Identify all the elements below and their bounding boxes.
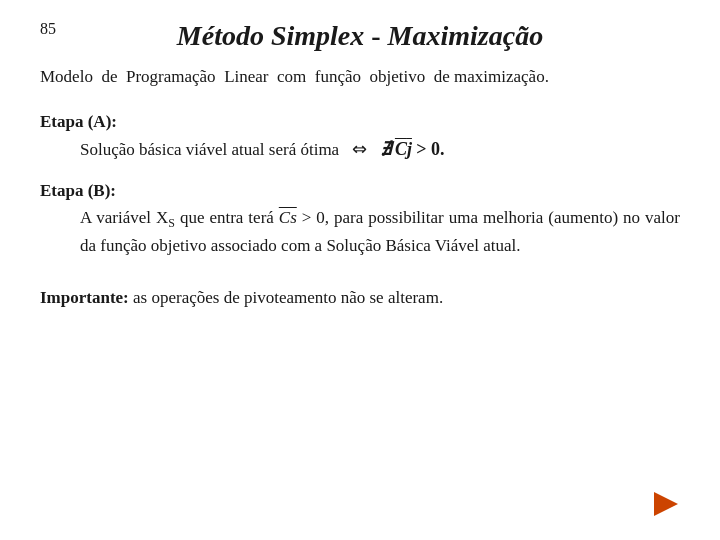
xs-subscript: S [168, 217, 175, 231]
header-area: 85 Método Simplex - Maximização [40, 20, 680, 52]
arrow-biconditional: ⇔ [352, 139, 367, 159]
cj-overline: Cj [395, 136, 412, 164]
title-dash: - [364, 20, 387, 51]
title-part1: Método Simplex [177, 20, 364, 51]
intro-text: Modelo de Programação Linear com função … [40, 64, 680, 90]
etapa-a-text: Solução básica viável atual será ótima [80, 140, 339, 159]
main-title: Método Simplex - Maximização [177, 20, 543, 52]
nav-arrow[interactable] [652, 490, 680, 518]
etapa-a-section: Etapa (A): Solução básica viável atual s… [40, 112, 680, 164]
etapa-a-body: Solução básica viável atual será ótima ⇔… [80, 136, 680, 164]
next-arrow-icon [652, 490, 680, 518]
importante-label: Importante: [40, 288, 129, 307]
title-part2: Maximização [388, 20, 544, 51]
greater-zero: > 0. [416, 139, 444, 159]
cs-overline: Cs [279, 208, 297, 227]
etapa-b-title: Etapa (B): [40, 181, 680, 201]
etapa-b-section: Etapa (B): A variável XS que entra terá … [40, 181, 680, 259]
slide-number: 85 [40, 20, 56, 38]
etapa-a-title: Etapa (A): [40, 112, 680, 132]
linear-word: Linear [224, 67, 268, 86]
not-exists-symbol: ∄ [380, 139, 391, 159]
svg-marker-0 [654, 492, 678, 516]
slide-page: 85 Método Simplex - Maximização Modelo d… [0, 0, 720, 540]
importante-text: as operações de pivoteamento não se alte… [133, 288, 443, 307]
etapa-b-body: A variável XS que entra terá Cs > 0, par… [80, 205, 680, 259]
importante-section: Importante: as operações de pivoteamento… [40, 288, 680, 308]
